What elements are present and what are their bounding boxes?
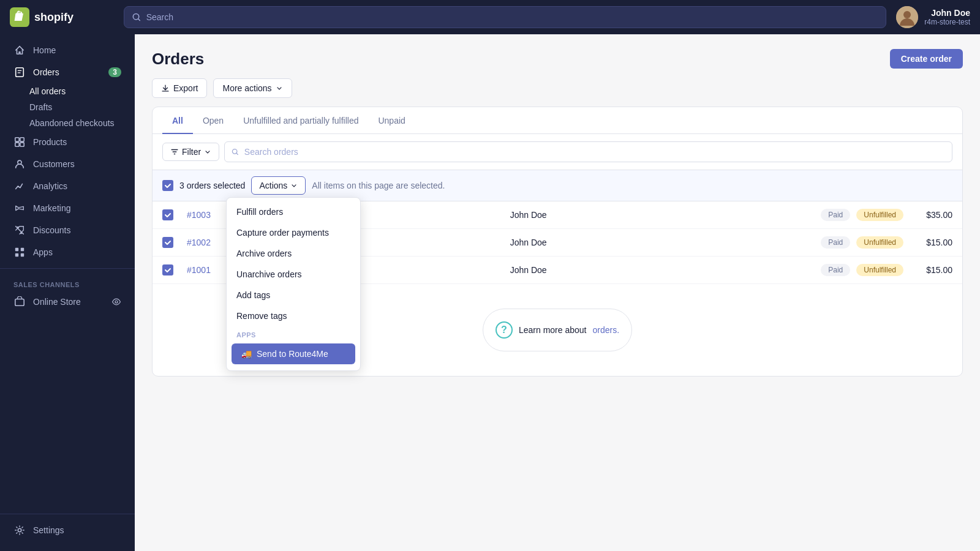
- dropdown-item-unarchive[interactable]: Unarchive orders: [227, 264, 360, 285]
- sidebar-item-customers[interactable]: Customers: [4, 153, 131, 175]
- shopify-logo[interactable]: shopify: [10, 7, 114, 27]
- svg-rect-14: [15, 299, 24, 306]
- topbar: shopify John Doe r4m-store-test: [0, 0, 980, 34]
- all-items-label: All items on this page are selected.: [312, 181, 445, 190]
- customers-icon: [13, 158, 26, 170]
- analytics-icon: [13, 180, 26, 192]
- create-order-button[interactable]: Create order: [890, 49, 963, 69]
- sidebar-item-discounts[interactable]: Discounts: [4, 219, 131, 241]
- checkbox-checked[interactable]: [162, 180, 173, 191]
- row-checkbox-2[interactable]: [162, 237, 181, 248]
- filter-row: Filter: [153, 134, 962, 170]
- sidebar-label-customers: Customers: [33, 159, 75, 169]
- sidebar-item-all-orders[interactable]: All orders: [29, 83, 135, 99]
- orders-card: All Open Unfulfilled and partially fulfi…: [152, 107, 963, 377]
- filter-icon: [170, 148, 179, 156]
- topbar-search-box[interactable]: [124, 6, 886, 28]
- svg-rect-11: [21, 248, 24, 251]
- shopify-logo-text: shopify: [34, 11, 74, 24]
- tab-open[interactable]: Open: [193, 107, 233, 134]
- order-search-bar[interactable]: [224, 141, 952, 162]
- sidebar-item-orders[interactable]: Orders 3: [4, 61, 131, 83]
- sidebar-item-home[interactable]: Home: [4, 39, 131, 61]
- sidebar-label-marketing: Marketing: [33, 203, 70, 213]
- checkbox-checked-3[interactable]: [162, 264, 173, 276]
- sidebar-item-online-store[interactable]: Online Store: [4, 291, 131, 313]
- select-all-checkbox[interactable]: [162, 180, 173, 191]
- checkmark-icon: [164, 266, 172, 274]
- more-actions-button[interactable]: More actions: [213, 78, 292, 98]
- sidebar-item-analytics[interactable]: Analytics: [4, 175, 131, 197]
- tab-unpaid[interactable]: Unpaid: [368, 107, 415, 134]
- tab-unfulfilled[interactable]: Unfulfilled and partially fulfilled: [233, 107, 368, 134]
- sidebar-item-drafts[interactable]: Drafts: [29, 99, 135, 115]
- discounts-icon: [13, 224, 26, 236]
- checkbox-checked-2[interactable]: [162, 237, 173, 248]
- svg-rect-7: [15, 143, 19, 146]
- order-search-input[interactable]: [244, 147, 946, 157]
- checkbox-checked-1[interactable]: [162, 209, 173, 220]
- dropdown-item-add-tags[interactable]: Add tags: [227, 285, 360, 305]
- payment-badge-1: Paid: [821, 209, 850, 221]
- export-label: Export: [173, 83, 198, 93]
- sidebar-item-products[interactable]: Products: [4, 131, 131, 153]
- sidebar-bottom: Settings: [0, 509, 135, 546]
- svg-rect-10: [15, 248, 18, 251]
- user-store: r4m-store-test: [924, 18, 970, 26]
- sidebar-label-analytics: Analytics: [33, 181, 67, 191]
- actions-chevron-icon: [290, 182, 298, 189]
- svg-rect-5: [15, 138, 19, 141]
- home-icon: [13, 44, 26, 56]
- filter-label: Filter: [182, 147, 201, 157]
- export-button[interactable]: Export: [152, 78, 207, 98]
- dropdown-item-route4me[interactable]: 🚚 Send to Route4Me: [232, 343, 355, 364]
- tab-all[interactable]: All: [162, 107, 193, 134]
- main-content: Orders Create order Export More actions …: [135, 34, 980, 551]
- sidebar-label-online-store: Online Store: [33, 297, 81, 307]
- sidebar-divider-bottom: [0, 514, 135, 514]
- sidebar-label-orders: Orders: [33, 67, 59, 77]
- chevron-down-icon: [276, 84, 283, 92]
- apps-icon: [13, 246, 26, 258]
- fulfillment-badge-3: Unfulfilled: [856, 264, 903, 276]
- fulfillment-badge-1: Unfulfilled: [856, 209, 903, 221]
- sidebar-item-abandoned-checkouts[interactable]: Abandoned checkouts: [29, 115, 135, 131]
- row-checkbox-1[interactable]: [162, 209, 181, 220]
- sidebar-item-apps[interactable]: Apps: [4, 241, 131, 263]
- selection-count: 3 orders selected: [179, 181, 245, 190]
- actions-button[interactable]: Actions: [251, 176, 306, 195]
- eye-icon: [111, 297, 121, 307]
- page-header: Orders Create order: [152, 49, 963, 69]
- checkmark-icon: [164, 211, 172, 219]
- dropdown-item-archive[interactable]: Archive orders: [227, 243, 360, 264]
- topbar-search-input[interactable]: [146, 12, 879, 22]
- user-name: John Doe: [924, 8, 970, 18]
- online-store-icon: [13, 296, 26, 308]
- svg-rect-4: [16, 68, 24, 77]
- orders-selected-text: orders selected: [187, 181, 246, 190]
- body-layout: Home Orders 3 All orders Drafts Abandone…: [0, 34, 980, 551]
- sidebar-divider: [0, 268, 135, 269]
- avatar: [896, 6, 918, 28]
- sales-channels-label: SALES CHANNELS: [0, 274, 135, 291]
- settings-icon: [13, 524, 26, 536]
- sidebar-label-settings: Settings: [33, 525, 64, 535]
- dropdown-item-fulfill[interactable]: Fulfill orders: [227, 201, 360, 222]
- row-checkbox-3[interactable]: [162, 264, 181, 276]
- sidebar-item-settings[interactable]: Settings: [4, 519, 131, 541]
- svg-point-15: [115, 301, 118, 303]
- svg-rect-6: [20, 138, 24, 141]
- actions-dropdown: Fulfill orders Capture order payments Ar…: [226, 197, 361, 371]
- filter-button[interactable]: Filter: [162, 143, 219, 161]
- user-menu[interactable]: John Doe r4m-store-test: [896, 6, 970, 28]
- info-link[interactable]: orders.: [592, 325, 619, 335]
- export-icon: [161, 84, 170, 92]
- order-amount-3: $15.00: [910, 265, 952, 275]
- products-icon: [13, 136, 26, 148]
- shopify-logo-icon: [10, 7, 29, 27]
- checkmark-icon: [164, 239, 172, 246]
- info-icon: ?: [496, 321, 513, 339]
- dropdown-item-remove-tags[interactable]: Remove tags: [227, 305, 360, 326]
- dropdown-item-capture[interactable]: Capture order payments: [227, 222, 360, 243]
- sidebar-item-marketing[interactable]: Marketing: [4, 197, 131, 219]
